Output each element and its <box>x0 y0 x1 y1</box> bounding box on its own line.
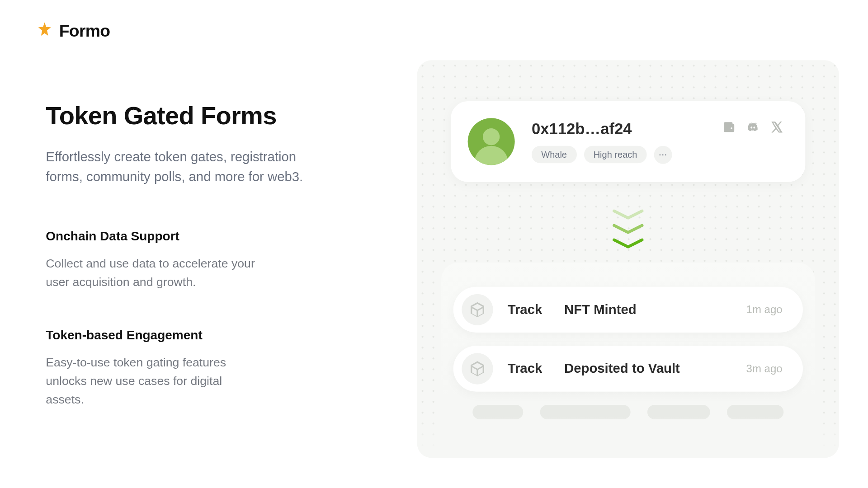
avatar <box>468 118 515 165</box>
activity-label: Track <box>508 302 550 318</box>
skeleton-pill <box>472 405 523 419</box>
feature-title: Token-based Engagement <box>46 328 323 342</box>
user-card: 0x112b…af24 Whale High reach ··· <box>451 101 805 182</box>
feature-desc: Collect and use data to accelerate your … <box>46 254 263 292</box>
activity-time: 3m ago <box>746 362 783 375</box>
illustration-panel: 0x112b…af24 Whale High reach ··· <box>417 60 839 458</box>
discord-icon <box>746 121 760 136</box>
content-column: Token Gated Forms Effortlessly create to… <box>46 101 323 445</box>
x-icon <box>770 121 783 136</box>
badge-whale: Whale <box>532 146 576 164</box>
user-info: 0x112b…af24 Whale High reach ··· <box>532 120 705 164</box>
activity-row: Track NFT Minted 1m ago <box>453 287 803 333</box>
badge-high-reach: High reach <box>584 146 646 164</box>
skeleton-pill <box>540 405 631 419</box>
wallet-icon <box>722 121 735 136</box>
feature-token-engagement: Token-based Engagement Easy-to-use token… <box>46 328 323 409</box>
social-icons <box>722 121 783 136</box>
feature-title: Onchain Data Support <box>46 229 323 244</box>
activity-panel: Track NFT Minted 1m ago Track Deposited … <box>441 263 815 458</box>
feature-onchain-data: Onchain Data Support Collect and use dat… <box>46 229 323 292</box>
cube-icon <box>462 353 493 384</box>
sparkle-icon <box>36 22 53 41</box>
skeleton-pill <box>727 405 783 419</box>
badge-list: Whale High reach ··· <box>532 145 705 164</box>
activity-event: NFT Minted <box>564 302 732 318</box>
skeleton-pill <box>647 405 710 419</box>
badge-more-button[interactable]: ··· <box>654 145 672 164</box>
activity-row-skeleton <box>453 405 803 419</box>
brand-logo: Formo <box>36 22 110 41</box>
cube-icon <box>462 294 493 325</box>
activity-row: Track Deposited to Vault 3m ago <box>453 346 803 391</box>
page-title: Token Gated Forms <box>46 101 323 130</box>
page-subtitle: Effortlessly create token gates, registr… <box>46 147 323 187</box>
feature-desc: Easy-to-use token gating features unlock… <box>46 353 263 409</box>
wallet-address: 0x112b…af24 <box>532 120 705 138</box>
flow-arrows-icon <box>611 207 646 251</box>
activity-label: Track <box>508 361 550 377</box>
activity-time: 1m ago <box>746 303 783 316</box>
brand-name: Formo <box>59 22 110 41</box>
activity-event: Deposited to Vault <box>564 361 732 377</box>
